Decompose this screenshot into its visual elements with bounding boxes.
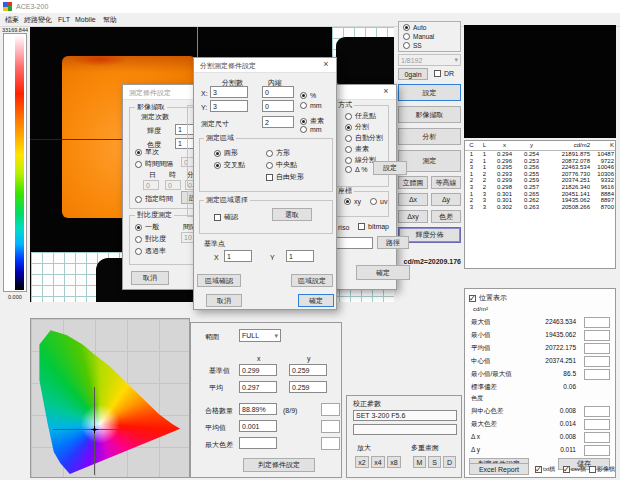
base-x-field[interactable]: 1 — [224, 250, 252, 262]
menu-item-help[interactable]: 幫助 — [103, 16, 117, 24]
coord-xy-radio[interactable]: xy — [344, 198, 361, 205]
ref-x-field[interactable]: 0.299 — [239, 364, 277, 376]
avg-x-field[interactable]: 0.297 — [239, 381, 277, 393]
menu-item-flt[interactable]: FLT — [58, 16, 70, 24]
radio-icon — [403, 42, 410, 49]
delta-y-button[interactable]: Δy — [431, 193, 461, 206]
contour-button[interactable]: 等高線 — [431, 176, 461, 189]
x-row-label: X: — [201, 90, 208, 98]
analyze-button[interactable]: 分析 — [398, 128, 461, 145]
trans-radio[interactable]: 透過率 — [135, 246, 166, 256]
multi-d-button[interactable]: D — [443, 456, 456, 468]
coord-uv-radio[interactable]: uv — [370, 198, 387, 205]
stat-value: 0.06 — [563, 383, 576, 390]
method-delta-pct-radio[interactable]: Δ % — [345, 166, 367, 173]
image-capture-button[interactable]: 影像擷取 — [398, 106, 461, 123]
measure-ok-button[interactable]: 確定 — [356, 265, 410, 280]
hour-field[interactable]: 0 — [165, 180, 181, 190]
dialog-title-bar[interactable]: 分割測定條件設定 × — [194, 58, 336, 73]
close-icon[interactable]: × — [316, 58, 336, 71]
close-icon[interactable]: × — [376, 85, 396, 98]
region-cross-radio[interactable]: 交叉點 — [214, 160, 245, 170]
size-mm-radio[interactable]: mm — [300, 126, 322, 133]
confirm-checkbox[interactable]: 確認 — [214, 212, 238, 222]
manual-radio[interactable]: Manual — [403, 33, 434, 40]
coord-group-label: 座標 — [336, 187, 354, 195]
avg-y-field[interactable]: 0.259 — [289, 381, 327, 393]
interval-radio[interactable]: 時間間隔 — [135, 159, 173, 169]
calibration-extra-field[interactable] — [353, 424, 457, 435]
region-set-button[interactable]: 區域設定 — [291, 274, 333, 287]
radio-icon — [300, 118, 307, 125]
cie-chromaticity-panel[interactable] — [30, 318, 190, 478]
pick-button[interactable]: 選取 — [272, 208, 312, 221]
region-center-radio[interactable]: 中央點 — [266, 160, 297, 170]
method-split-radio[interactable]: 分割 — [345, 122, 369, 132]
measurement-table[interactable]: C L x y cd/m2 K 110.294 0.25421891.87510… — [464, 140, 616, 269]
image-file-checkbox[interactable]: 影像檔 — [589, 465, 615, 474]
excel-report-button2[interactable]: Excel Report — [469, 463, 529, 475]
general-radio[interactable]: 一般 — [135, 222, 159, 232]
free-rect-checkbox[interactable]: 自由矩形 — [266, 172, 304, 182]
path-button[interactable]: 路徑 — [377, 236, 409, 249]
menu-item-file[interactable]: 檔案 — [5, 16, 19, 24]
base-y-field[interactable]: 1 — [286, 250, 314, 262]
inset-y-field[interactable]: 0 — [262, 100, 294, 112]
delta-xy-button[interactable]: Δxy — [398, 210, 428, 223]
multi-s-button[interactable]: S — [428, 456, 441, 468]
menu-item-mobile[interactable]: Mobile — [75, 16, 96, 24]
measure-cancel-button[interactable]: 取消 — [131, 271, 169, 285]
judge-condition-button[interactable]: 判定條件設定 — [243, 458, 315, 472]
measure-button[interactable]: 測定 — [398, 150, 461, 172]
mean-value-field: 0.001 — [239, 420, 277, 432]
zoom-x2-button[interactable]: x2 — [355, 456, 369, 468]
region-confirm-button[interactable]: 區域確認 — [197, 274, 241, 287]
div-y-field[interactable]: 3 — [210, 100, 248, 112]
region-circle-radio[interactable]: 圓形 — [214, 148, 238, 158]
window-title: ACE3-200 — [16, 3, 48, 11]
csv-file-checkbox[interactable]: csv檔 — [563, 465, 586, 474]
inset-pct-radio[interactable]: % — [300, 92, 316, 99]
region-square-radio[interactable]: 方形 — [266, 148, 290, 158]
zoom-x4-button[interactable]: x4 — [371, 456, 385, 468]
stat-label: 中心值 — [471, 357, 491, 366]
inset-x-field[interactable]: 0 — [262, 86, 294, 98]
contrast-radio[interactable]: 對比度 — [135, 234, 166, 244]
cross-label: 交叉點 — [224, 160, 245, 170]
inset-mm-radio[interactable]: mm — [300, 102, 322, 109]
shutter-select[interactable]: 1/8192 ▾ — [398, 54, 461, 66]
method-set-button[interactable]: 設定 — [373, 161, 407, 175]
zoom-x8-button[interactable]: x8 — [387, 456, 401, 468]
method-any-point-radio[interactable]: 任意點 — [345, 111, 376, 121]
div-x-field[interactable]: 3 — [210, 86, 248, 98]
ref-y-field[interactable]: 0.259 — [289, 364, 327, 376]
single-radio[interactable]: 單次 — [135, 147, 159, 157]
method-line-split-radio[interactable]: 線分割 — [345, 155, 376, 165]
txt-file-checkbox[interactable]: txt檔 — [535, 465, 555, 474]
position-display-checkbox[interactable]: 位置表示 — [469, 293, 507, 303]
spec-time-radio[interactable]: 指定時間 — [135, 194, 173, 204]
size-pixel-radio[interactable]: 畫素 — [300, 116, 324, 126]
delta-x-button[interactable]: Δx — [398, 193, 428, 206]
xy-label: xy — [354, 198, 361, 205]
auto-radio[interactable]: Auto — [403, 24, 426, 31]
bitmap-checkbox[interactable]: bitmap — [358, 223, 389, 230]
settings-button[interactable]: 設定 — [398, 84, 461, 101]
pixel-label: 畫素 — [310, 116, 324, 126]
calibration-preset-field[interactable]: SET 3-200 F5.6 — [353, 410, 457, 421]
method-auto-split-radio[interactable]: 自動分割 — [345, 133, 383, 143]
range-select[interactable]: FULL ▾ — [239, 329, 281, 342]
auto-label: Auto — [413, 24, 426, 31]
solid-view-button[interactable]: 立體圖 — [398, 176, 428, 189]
day-field[interactable]: 0 — [143, 180, 159, 190]
gain-button[interactable]: 0gain — [398, 68, 428, 80]
split-cancel-button[interactable]: 取消 — [206, 294, 242, 307]
color-diff-button[interactable]: 色差 — [431, 210, 461, 223]
size-field[interactable]: 2 — [262, 116, 294, 128]
multi-m-button[interactable]: M — [413, 456, 426, 468]
split-ok-button[interactable]: 確定 — [298, 294, 334, 307]
dr-checkbox[interactable]: DR — [434, 70, 454, 77]
method-pixel-radio[interactable]: 畫素 — [345, 144, 369, 154]
ss-radio[interactable]: SS — [403, 42, 422, 49]
menu-item-path-change[interactable]: 經路變化 — [24, 16, 52, 24]
